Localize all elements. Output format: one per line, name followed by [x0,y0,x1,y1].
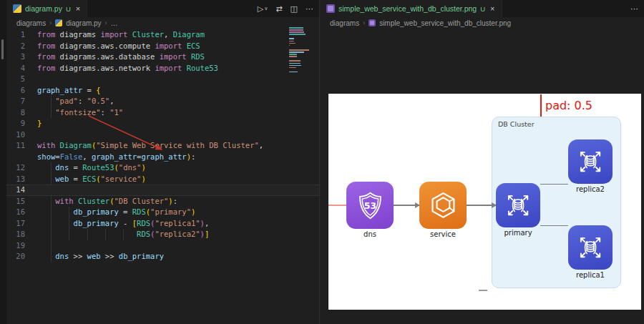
line-number: 7 [6,96,25,107]
rds-icon [575,232,605,262]
code-line[interactable]: 3from diagrams.aws.database import RDS [6,51,319,63]
code-text: RDS("replica2")] [25,229,209,240]
code-line[interactable]: 4from diagrams.aws.network import Route5… [6,63,319,74]
code-line[interactable]: 15 with Cluster("DB Cluster"): [6,196,319,207]
code-editor[interactable]: 1from diagrams import Cluster, Diagram2f… [6,29,319,324]
indent-guide [51,207,52,218]
indent-guide [51,218,52,230]
code-line[interactable]: 18 RDS("replica2")] [6,229,319,240]
line-number: 4 [6,63,25,74]
code-line[interactable]: 5 [6,74,319,85]
code-text: from diagrams.aws.database import RDS [25,51,205,63]
breadcrumb: diagrams › diagram.py › … [6,17,319,29]
line-number: 8 [6,107,25,119]
code-text: web = ECS("service") [25,174,146,185]
code-line[interactable]: 16 db_primary = RDS("primary") [6,207,319,218]
code-line[interactable]: 10 [6,129,319,141]
close-tab-icon[interactable]: × [76,4,80,13]
code-text: with Cluster("DB Cluster"): [25,196,177,207]
split-editor-icon[interactable]: ◫ [291,4,298,14]
route53-node-dns: 53dns [346,182,394,229]
breadcrumb-tail[interactable]: … [111,19,118,27]
run-dropdown-icon[interactable]: ∨ [264,6,268,11]
breadcrumb: diagrams › simple_web_service_with_db_cl… [320,17,644,29]
indent-guide [105,229,106,240]
line-number: 5 [6,74,25,85]
rds-icon [503,190,533,220]
code-line[interactable]: show=False, graph_attr=graph_attr): [6,152,319,163]
code-text: "fontsize": "1" [25,107,123,119]
code-text: from diagrams.aws.compute import ECS [25,41,200,52]
tab-label: simple_web_service_with_db_cluster.png [338,4,477,13]
image-file-icon [369,19,376,26]
code-line[interactable]: 6graph_attr = { [6,85,319,97]
python-file-icon [55,19,62,26]
tab-diagram-py[interactable]: diagram.py U × [6,0,87,17]
untracked-badge: U [480,5,485,13]
diagram-image: pad: 0.5 DB Cluster53dnsserviceprimaryre… [328,94,641,310]
minimap[interactable] [289,27,311,74]
code-text [25,240,37,252]
code-text: } [25,118,42,129]
more-actions-icon[interactable]: ⋯ [630,4,638,14]
breadcrumb-folder[interactable]: diagrams [16,19,46,27]
line-number: 13 [6,174,25,185]
code-text: from diagrams.aws.network import Route53 [25,63,218,74]
breadcrumb-file[interactable]: simple_web_service_with_db_cluster.png [379,19,511,27]
code-text: with Diagram("Simple Web Service with DB… [25,140,263,152]
run-python-button[interactable]: ▷∨ [258,4,268,14]
code-line[interactable]: 7 "pad": "0.5", [6,96,319,107]
code-line[interactable]: 19 [6,240,319,252]
code-line[interactable]: 8 "fontsize": "1" [6,107,319,119]
edge-primary-replica2 [540,184,568,185]
node-label: replica1 [576,271,605,279]
code-text: graph_attr = { [25,85,101,97]
breadcrumb-folder[interactable]: diagrams [330,19,359,27]
indent-guide [69,229,69,240]
code-line[interactable]: 1from diagrams import Cluster, Diagram [6,29,319,41]
ecs-icon [427,190,459,222]
code-line[interactable]: 9} [6,118,319,129]
image-preview-pane: simple_web_service_with_db_cluster.png U… [319,0,644,324]
rds-node-replica2: replica2 [568,139,613,184]
code-text: dns = Route53("dns") [25,162,146,174]
code-line[interactable]: 11with Diagram("Simple Web Service with … [6,140,319,152]
tab-diagram-png[interactable]: simple_web_service_with_db_cluster.png U… [320,0,502,17]
code-text: "pad": "0.5", [25,96,114,107]
code-line[interactable]: 12 dns = Route53("dns") [6,162,319,174]
line-number: 19 [6,240,25,252]
chevron-right-icon: › [49,19,52,26]
code-line[interactable]: 20 dns >> web >> db_primary [6,251,319,262]
code-line[interactable]: 14 [6,185,319,196]
chevron-right-icon: › [363,19,365,26]
indent-guide [69,207,69,218]
breadcrumb-file[interactable]: diagram.py [66,19,101,27]
line-number [6,152,25,163]
scroll-indicator[interactable] [1,39,4,59]
code-line[interactable]: 13 web = ECS("service") [6,174,319,185]
indent-guide [69,218,69,230]
code-text [25,74,37,85]
line-number: 17 [6,218,25,230]
indent-guide [51,240,52,252]
code-text [25,185,37,196]
code-editor-pane: diagram.py U × ▷∨ ⇄ ◫ ⋯ diagrams › diagr… [0,0,319,324]
right-tab-bar: simple_web_service_with_db_cluster.png U… [320,0,644,17]
more-actions-icon[interactable]: ⋯ [306,4,313,14]
code-text: show=False, graph_attr=graph_attr): [25,152,195,163]
line-number: 14 [6,185,25,196]
ecs-node-service: service [419,182,467,229]
close-tab-icon[interactable]: × [490,4,494,13]
open-changes-icon[interactable]: ⇄ [275,4,282,14]
pad-annotation-label: pad: 0.5 [545,99,592,112]
route53-icon: 53 [354,190,386,222]
code-text: from diagrams import Cluster, Diagram [25,29,205,41]
code-line[interactable]: 17 db_primary - [RDS("replica1"), [6,218,319,230]
node-label: dns [364,230,376,238]
edge-primary-replica1 [540,225,568,227]
node-label: primary [504,229,532,237]
code-line[interactable]: 2from diagrams.aws.compute import ECS [6,41,319,52]
python-file-icon [13,4,21,13]
svg-text:53: 53 [364,200,376,210]
editor-actions: ⋯ [630,0,638,17]
